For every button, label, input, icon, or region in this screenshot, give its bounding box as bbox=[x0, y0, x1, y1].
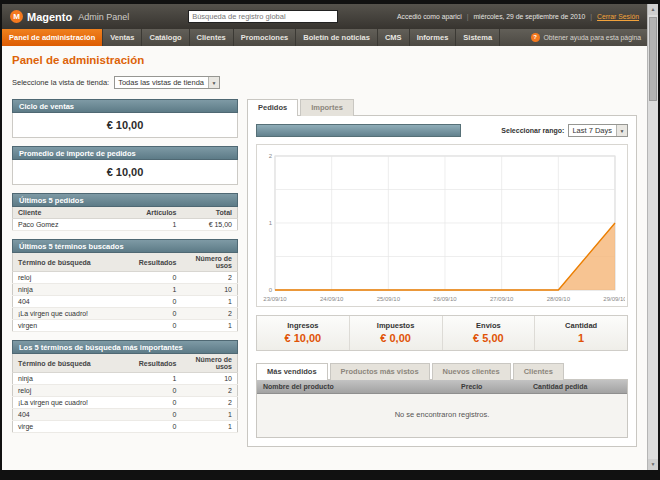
scroll-up-arrow[interactable]: ▲ bbox=[648, 4, 658, 15]
logo-text: Magento bbox=[27, 11, 72, 23]
chart-tabs: Pedidos Importes bbox=[247, 99, 637, 116]
table-row[interactable]: ninja110 bbox=[13, 284, 238, 296]
range-label: Seleccionar rango: bbox=[501, 127, 568, 134]
main-nav: Panel de administración Ventas Catálogo … bbox=[2, 29, 647, 46]
nav-item-dashboard[interactable]: Panel de administración bbox=[2, 29, 103, 46]
chart-toolbar: Seleccionar rango: Last 7 Days ▼ bbox=[256, 124, 628, 137]
svg-text:1: 1 bbox=[269, 220, 273, 226]
table-row[interactable]: 40401 bbox=[13, 409, 238, 421]
stat-envios: Envíos € 5,00 bbox=[442, 316, 535, 350]
help-area: ? Obtener ayuda para esta página bbox=[531, 29, 642, 46]
top-search-block: Los 5 términos de búsqueda más important… bbox=[12, 340, 238, 433]
table-row[interactable]: virge01 bbox=[13, 421, 238, 433]
admin-header: M Magento Admin Panel Accedió como apari… bbox=[2, 4, 647, 29]
last-orders-block: Últimos 5 pedidos Cliente Artículos Tota… bbox=[12, 193, 238, 231]
table-row[interactable]: reloj02 bbox=[13, 385, 238, 397]
grid-header-row: Nombre del producto Precio Cantidad pedi… bbox=[257, 380, 627, 394]
range-value: Last 7 Days bbox=[572, 126, 612, 135]
nav-item-system[interactable]: Sistema bbox=[456, 29, 500, 46]
col-header: Cliente bbox=[13, 207, 136, 219]
table-row[interactable]: virgen01 bbox=[13, 320, 238, 332]
chart-header-bar bbox=[256, 124, 461, 137]
chart-panel: Seleccionar rango: Last 7 Days ▼ 01223/0… bbox=[247, 115, 637, 447]
table-row[interactable]: ¡La virgen que cuadro!02 bbox=[13, 308, 238, 320]
orders-chart: 01223/09/1024/09/1025/09/1026/09/1027/09… bbox=[259, 148, 625, 306]
help-icon: ? bbox=[531, 33, 540, 42]
global-search bbox=[129, 10, 397, 23]
nav-item-sales[interactable]: Ventas bbox=[103, 29, 142, 46]
nav-item-customers[interactable]: Clientes bbox=[190, 29, 234, 46]
col-header-price: Precio bbox=[461, 383, 533, 390]
last-search-block: Últimos 5 términos buscados Término de b… bbox=[12, 239, 238, 332]
chevron-down-icon: ▼ bbox=[208, 77, 219, 88]
average-order-block: Promedio de importe de pedidos € 10,00 bbox=[12, 146, 238, 185]
logout-link[interactable]: Cerrar Sesión bbox=[597, 13, 639, 20]
store-view-select[interactable]: Todas las vistas de tienda ▼ bbox=[114, 76, 220, 89]
svg-text:23/09/10: 23/09/10 bbox=[263, 296, 287, 302]
col-header-qty: Cantidad pedida bbox=[533, 383, 621, 390]
table-row[interactable]: 40401 bbox=[13, 296, 238, 308]
nav-item-cms[interactable]: CMS bbox=[378, 29, 410, 46]
tab-clientes[interactable]: Clientes bbox=[513, 363, 564, 380]
svg-text:25/09/10: 25/09/10 bbox=[377, 296, 401, 302]
current-date: miércoles, 29 de septiembre de 2010 bbox=[473, 13, 585, 20]
col-header: Resultados bbox=[134, 253, 182, 272]
top-search-table: Término de búsqueda Resultados Número de… bbox=[12, 354, 238, 433]
nav-item-newsletter[interactable]: Boletín de noticias bbox=[296, 29, 378, 46]
top-search-title: Los 5 términos de búsqueda más important… bbox=[12, 340, 238, 354]
nav-item-promotions[interactable]: Promociones bbox=[234, 29, 297, 46]
tab-importes[interactable]: Importes bbox=[300, 99, 354, 116]
average-order-value: € 10,00 bbox=[12, 160, 238, 185]
tab-productos-mas-vistos[interactable]: Productos más vistos bbox=[330, 363, 430, 380]
range-select[interactable]: Last 7 Days ▼ bbox=[568, 124, 628, 137]
col-header: Término de búsqueda bbox=[13, 354, 134, 373]
last-search-title: Últimos 5 términos buscados bbox=[12, 239, 238, 253]
lifetime-sales-title: Ciclo de ventas bbox=[12, 99, 238, 113]
help-link[interactable]: Obtener ayuda para esta página bbox=[544, 34, 642, 41]
tab-mas-vendidos[interactable]: Más vendidos bbox=[256, 363, 328, 380]
store-switcher-label: Seleccione la vista de tienda: bbox=[12, 78, 109, 87]
table-row[interactable]: Paco Gomez 1 € 15,00 bbox=[13, 219, 238, 231]
col-header: Artículos bbox=[136, 207, 182, 219]
last-orders-title: Últimos 5 pedidos bbox=[12, 193, 238, 207]
header-user-info: Accedió como aparici | miércoles, 29 de … bbox=[397, 13, 639, 20]
browser-window: M Magento Admin Panel Accedió como apari… bbox=[0, 0, 660, 480]
lifetime-sales-block: Ciclo de ventas € 10,00 bbox=[12, 99, 238, 138]
store-switcher: Seleccione la vista de tienda: Todas las… bbox=[12, 76, 637, 89]
stat-cantidad: Cantidad 1 bbox=[534, 316, 627, 350]
col-header-product: Nombre del producto bbox=[263, 383, 461, 390]
grid-tabs: Más vendidos Productos más vistos Nuevos… bbox=[256, 363, 628, 380]
chevron-down-icon: ▼ bbox=[616, 125, 627, 136]
global-search-input[interactable] bbox=[188, 10, 338, 23]
magento-logo-icon: M bbox=[10, 10, 23, 23]
divider: | bbox=[590, 13, 592, 20]
grid-empty-message: No se encontraron registros. bbox=[257, 394, 627, 437]
stat-impuestos: Impuestos € 0,00 bbox=[349, 316, 442, 350]
dashboard-content: Panel de administración Seleccione la vi… bbox=[2, 46, 647, 447]
admin-page: M Magento Admin Panel Accedió como apari… bbox=[2, 4, 647, 470]
col-header: Término de búsqueda bbox=[13, 253, 134, 272]
tab-nuevos-clientes[interactable]: Nuevos clientes bbox=[432, 363, 511, 380]
table-row[interactable]: ¡La virgen que cuadro!02 bbox=[13, 397, 238, 409]
col-header: Número de usos bbox=[182, 253, 238, 272]
magento-logo[interactable]: M Magento Admin Panel bbox=[10, 10, 129, 23]
nav-item-reports[interactable]: Informes bbox=[410, 29, 457, 46]
last-search-table: Término de búsqueda Resultados Número de… bbox=[12, 253, 238, 332]
tab-pedidos[interactable]: Pedidos bbox=[247, 99, 298, 116]
scroll-down-arrow[interactable]: ▼ bbox=[648, 459, 658, 470]
logged-in-text: Accedió como aparici bbox=[397, 13, 462, 20]
divider: | bbox=[467, 13, 469, 20]
table-row[interactable]: reloj02 bbox=[13, 272, 238, 284]
page-title: Panel de administración bbox=[12, 54, 637, 66]
svg-text:27/09/10: 27/09/10 bbox=[490, 296, 514, 302]
table-row[interactable]: ninja110 bbox=[13, 373, 238, 385]
dashboard-right-column: Pedidos Importes Seleccionar rango: Last… bbox=[247, 99, 637, 447]
totals-bar: Ingresos € 10,00 Impuestos € 0,00 Envíos… bbox=[256, 315, 628, 351]
browser-scrollbar[interactable]: ▲ ▼ bbox=[647, 4, 658, 470]
stat-ingresos: Ingresos € 10,00 bbox=[257, 316, 349, 350]
svg-text:2: 2 bbox=[269, 153, 273, 159]
dashboard-left-column: Ciclo de ventas € 10,00 Promedio de impo… bbox=[12, 99, 238, 447]
average-order-title: Promedio de importe de pedidos bbox=[12, 146, 238, 160]
nav-item-catalog[interactable]: Catálogo bbox=[142, 29, 189, 46]
scrollbar-thumb[interactable] bbox=[649, 17, 657, 101]
